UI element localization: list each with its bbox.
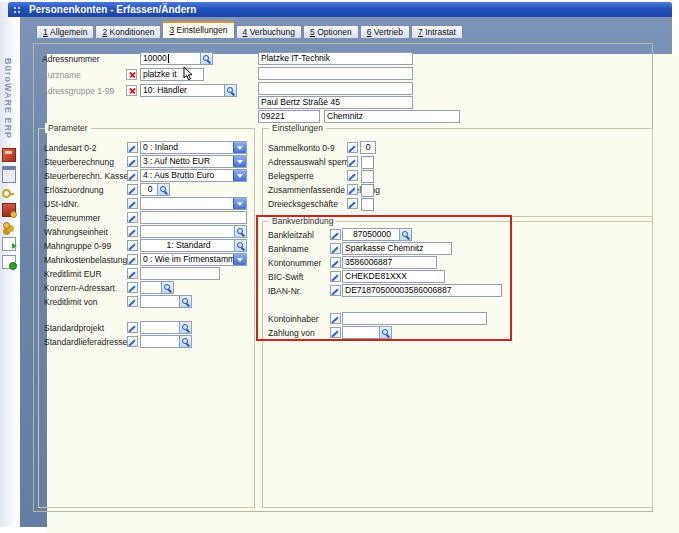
address-line2-field[interactable] [258,67,413,80]
lookup-icon[interactable] [399,229,411,240]
dropdown-arrow-icon[interactable] [233,156,246,167]
tab-konditionen[interactable]: 2 Konditionen [95,25,161,38]
tab-label: Intrastat [423,27,456,37]
kreditlimit-von-field[interactable] [140,295,192,308]
lookup-icon[interactable] [157,184,169,195]
export-document-icon[interactable] [2,237,16,251]
belegsperre-checkbox[interactable] [361,170,374,183]
edit-field-icon[interactable] [127,268,138,279]
zip-field[interactable]: 09221 [258,110,320,123]
edit-field-icon[interactable] [347,156,358,167]
edit-field-icon[interactable] [127,254,138,265]
bankname-field[interactable]: Sparkasse Chemnitz [342,242,452,255]
lookup-icon[interactable] [224,85,236,96]
edit-field-icon[interactable] [127,336,138,347]
kontoinhaber-field[interactable] [342,312,487,325]
lookup-icon[interactable] [379,327,391,338]
edit-field-icon[interactable] [127,322,138,333]
konzern-adressart-field[interactable] [140,281,174,294]
window-icon[interactable] [2,166,16,183]
edit-field-icon[interactable] [330,327,341,338]
landesart-0-2-field[interactable]: 0 : Inland [140,141,247,154]
edit-field-icon[interactable] [127,240,138,251]
dropdown-arrow-icon[interactable] [233,198,246,209]
ust-idnr-field[interactable] [140,197,247,210]
lookup-icon[interactable] [234,240,246,251]
ledger-coins-icon[interactable] [2,203,16,217]
address-line3-field[interactable] [258,82,413,95]
lookup-icon[interactable] [179,296,191,307]
iban-nr-field[interactable]: DE71870500003586006887 [342,284,502,297]
document-status-icon[interactable] [2,255,16,269]
lookup-icon[interactable] [179,336,191,347]
edit-field-icon[interactable] [127,198,138,209]
street-field[interactable]: Paul Bertz Straße 45 [258,96,413,109]
edit-field-icon[interactable] [347,198,358,209]
iban-nr-label: IBAN-Nr. [268,286,302,296]
edit-field-icon[interactable] [127,156,138,167]
dreiecksgeschäfte-label: Dreiecksgeschäfte [268,199,338,209]
edit-field-icon[interactable] [330,313,341,324]
dreiecksgeschäfte-checkbox[interactable] [361,198,374,211]
tab-optionen[interactable]: 5 Optionen [303,25,359,38]
edit-field-icon[interactable] [347,170,358,181]
bic-swift-field[interactable]: CHEKDE81XXX [342,270,445,283]
erlöszuordnung-field[interactable]: 0 [140,183,170,196]
edit-field-icon[interactable] [330,229,341,240]
standardprojekt-field[interactable] [140,321,192,334]
adressgruppe-1-99-field[interactable]: 10: Händler [140,84,237,97]
währungseinheit-field[interactable] [140,225,247,238]
dropdown-arrow-icon[interactable] [233,170,246,181]
tab-intrastat[interactable]: 7 Intrastat [411,25,463,38]
edit-field-icon[interactable] [347,142,358,153]
register-icon[interactable] [2,148,16,162]
kreditlimit-eur-label: Kreditlimit EUR [44,269,102,279]
coins-icon[interactable] [2,221,14,233]
edit-field-icon[interactable] [127,142,138,153]
edit-field-icon[interactable] [347,184,358,195]
tab-einstellungen[interactable]: 3 Einstellungen [162,21,234,38]
clear-field-icon[interactable] [126,69,137,80]
adressauswahl-sperren-checkbox[interactable] [361,156,374,169]
steuerberechnung-field[interactable]: 3 : Auf Netto EUR [140,155,247,168]
dropdown-arrow-icon[interactable] [233,142,246,153]
edit-field-icon[interactable] [330,257,341,268]
dropdown-arrow-icon[interactable] [233,254,246,265]
steuernummer-field[interactable] [140,211,247,224]
edit-field-icon[interactable] [330,285,341,296]
lookup-icon[interactable] [161,282,173,293]
lookup-icon[interactable] [179,322,191,333]
edit-field-icon[interactable] [330,243,341,254]
zahlung-von-field[interactable] [342,326,392,339]
edit-field-icon[interactable] [127,212,138,223]
tab-verbuchung[interactable]: 4 Verbuchung [236,25,302,38]
window-title: Personenkonten - Erfassen/Ändern [29,4,196,15]
edit-field-icon[interactable] [127,170,138,181]
standardlieferadresse-field[interactable] [140,335,192,348]
zusammenfassende-meldung-checkbox[interactable] [361,184,374,197]
steuerberechn-kasse-field[interactable]: 4 : Aus Brutto Euro [140,169,247,182]
lookup-icon[interactable] [234,226,246,237]
adressnummer-field[interactable]: 10000 [140,52,213,65]
edit-field-icon[interactable] [330,271,341,282]
sammelkonto-0-9-field[interactable]: 0 [360,141,376,154]
company-name-field[interactable]: Platzke IT-Technik [258,52,413,65]
bankleitzahl-field[interactable]: 87050000 [342,228,412,241]
kontonummer-field[interactable]: 3586006887 [342,256,437,269]
window-titlebar[interactable]: Personenkonten - Erfassen/Ändern [8,2,672,17]
mahngruppe-0-99-field[interactable]: 1: Standard [140,239,247,252]
mahnkostenbelastung-field[interactable]: 0 : Wie im Firmenstamm eing [140,253,247,266]
clear-field-icon[interactable] [126,85,137,96]
kontonummer-label: Kontonummer [268,258,321,268]
city-field[interactable]: Chemnitz [324,110,460,123]
edit-field-icon[interactable] [127,282,138,293]
key-icon[interactable] [2,187,14,199]
tab-allgemein[interactable]: 1 Allgemein [36,25,94,38]
edit-field-icon[interactable] [127,296,138,307]
edit-field-icon[interactable] [127,226,138,237]
kreditlimit-eur-field[interactable] [140,267,220,280]
tab-vertrieb[interactable]: 6 Vertrieb [360,25,410,38]
edit-field-icon[interactable] [127,184,138,195]
lookup-icon[interactable] [200,53,212,64]
steuerberechn-kasse-label: Steuerberechn. Kasse [44,171,128,181]
